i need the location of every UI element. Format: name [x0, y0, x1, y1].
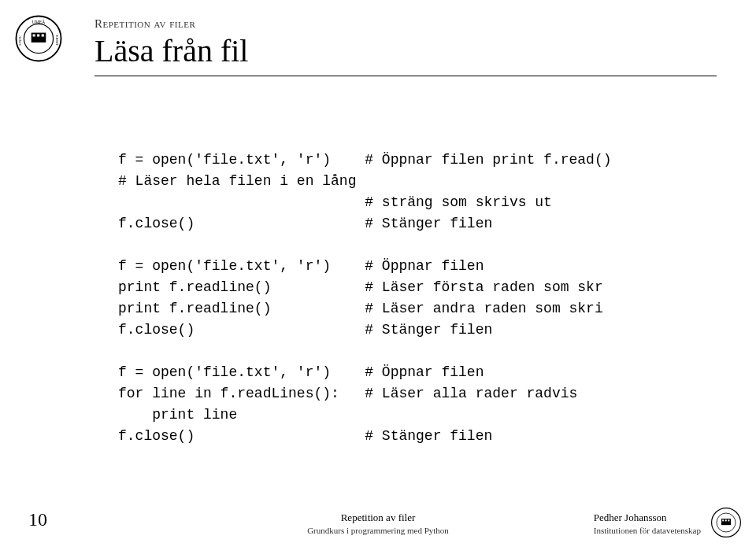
footer-department: Institutionen för datavetenskap [594, 526, 701, 535]
footer-right: Pedher Johansson Institutionen för datav… [594, 512, 701, 535]
svg-text:ERSIT: ERSIT [55, 35, 59, 46]
svg-text:UMEÅ: UMEÅ [32, 19, 45, 24]
footer-author: Pedher Johansson [594, 512, 701, 524]
svg-rect-6 [33, 34, 35, 36]
page-number: 10 [28, 509, 47, 530]
slide-header: Repetition av filer Läsa från fil [94, 17, 717, 76]
svg-rect-8 [42, 34, 44, 36]
title-rule [94, 76, 717, 76]
section-label: Repetition av filer [94, 17, 717, 31]
university-logo-top: UMEÅ UNIV ERSIT [14, 14, 63, 63]
svg-rect-12 [722, 519, 724, 521]
university-logo-bottom [710, 507, 742, 538]
code-block: f = open('file.txt', 'r') # Öppnar filen… [118, 150, 612, 447]
footer-center-subtitle: Grundkurs i programmering med Python [307, 526, 449, 535]
svg-text:UNIV: UNIV [18, 35, 22, 46]
svg-rect-13 [725, 519, 727, 521]
footer-center: Repetition av filer Grundkurs i programm… [307, 512, 449, 535]
svg-rect-14 [728, 519, 729, 521]
svg-rect-7 [37, 34, 39, 36]
svg-rect-5 [32, 33, 46, 42]
slide-title: Läsa från fil [94, 32, 717, 69]
footer-center-title: Repetition av filer [307, 512, 449, 524]
